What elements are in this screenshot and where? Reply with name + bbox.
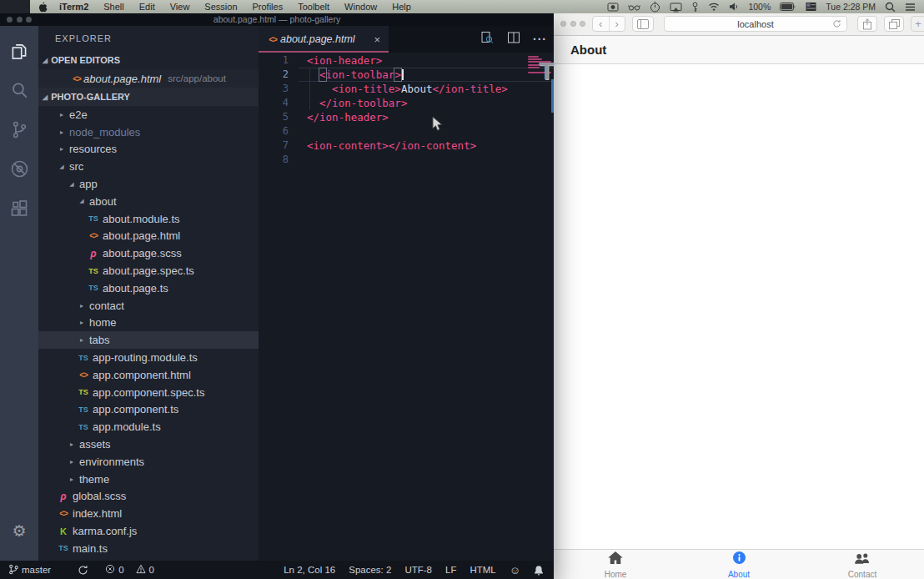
code-line-1[interactable]: 1<ion-header> [259,53,554,68]
tree-item-app-module-ts[interactable]: TSapp.module.ts [38,418,259,436]
tab-overview-button[interactable] [884,16,904,32]
menu-window[interactable]: Window [344,2,377,12]
reload-icon[interactable] [832,19,841,28]
tree-item-resources[interactable]: ▸resources [38,141,259,159]
editor-tab-about-page-html[interactable]: <> about.page.html × [259,26,389,53]
git-branch-indicator[interactable]: master [8,564,51,576]
wifi-icon[interactable] [708,2,720,12]
zoom-window-button[interactable] [26,17,32,23]
activity-source-control-icon[interactable] [0,110,38,149]
notification-center-icon[interactable] [905,3,916,12]
tree-item-e2e[interactable]: ▸e2e [38,106,259,123]
menu-toolbelt[interactable]: Toolbelt [298,2,329,12]
code-line-5[interactable]: 5</ion-header> [259,110,554,124]
code-line-8[interactable]: 8 [259,153,554,167]
feedback-smiley-icon[interactable]: ☺ [510,564,520,576]
minimize-window-button[interactable] [17,17,23,23]
sidebar-toggle-button[interactable] [632,16,654,32]
tree-item-app-component-spec-ts[interactable]: TSapp.component.spec.ts [38,384,259,401]
code-editor[interactable]: 1<ion-header>2 <ion-toolbar>3 <ion-title… [259,53,554,561]
status-utf-8[interactable]: UTF-8 [404,565,432,575]
close-tab-icon[interactable]: × [374,33,380,46]
errors-indicator[interactable]: 0 [105,564,123,576]
tree-item-global-scss[interactable]: ρglobal.scss [38,488,259,506]
code-line-2[interactable]: 2 <ion-toolbar> [259,68,554,82]
tree-item-tabs[interactable]: ▸tabs [38,331,259,349]
app-tab-contact[interactable]: Contact [801,550,924,579]
activity-debug-icon[interactable] [0,149,38,189]
input-flag-icon[interactable] [806,2,816,12]
tree-item-about-module-ts[interactable]: TSabout.module.ts [38,210,259,228]
apple-menu-icon[interactable] [38,2,48,13]
project-section-header[interactable]: ◢ PHOTO-GALLERY [38,88,259,106]
warnings-indicator[interactable]: 0 [136,564,154,576]
menu-help[interactable]: Help [392,2,411,12]
menu-profiles[interactable]: Profiles [253,2,284,12]
minimap[interactable] [525,53,554,561]
volume-icon[interactable] [729,2,739,12]
menu-session[interactable]: Session [204,2,237,12]
tree-item-index-html[interactable]: <>index.html [38,505,259,522]
tree-item-app[interactable]: ◢app [38,175,259,193]
key-icon[interactable] [691,2,699,13]
tree-item-assets[interactable]: ▸assets [38,436,259,453]
tree-item-app-component-html[interactable]: <>app.component.html [38,366,259,384]
forward-button[interactable]: › [610,17,625,31]
tree-item-about-page-html[interactable]: <>about.page.html [38,228,259,245]
timer-icon[interactable] [650,2,660,13]
display-mirroring-icon[interactable] [670,2,682,13]
tree-item-karma-conf-js[interactable]: Kkarma.conf.js [38,522,259,540]
activity-search-icon[interactable] [0,71,38,110]
battery-icon[interactable] [780,2,796,12]
code-line-7[interactable]: 7<ion-content></ion-content> [259,138,554,153]
status-html[interactable]: HTML [470,565,495,575]
spotlight-icon[interactable] [885,2,896,13]
safari-window-controls[interactable] [560,21,585,27]
menu-app-name[interactable]: iTerm2 [59,2,88,12]
tree-item-home[interactable]: ▸home [38,315,259,332]
new-tab-button[interactable]: + [911,16,924,32]
tree-item-contact[interactable]: ▸contact [38,297,259,315]
app-tab-about[interactable]: About [677,550,801,579]
settings-gear-icon[interactable]: ⚙ [0,511,38,551]
more-actions-icon[interactable]: ··· [533,33,547,46]
activity-extensions-icon[interactable] [0,189,38,228]
code-line-6[interactable]: 6 [259,124,554,138]
minimize-window-button[interactable] [570,21,576,27]
tree-item-app-routing-module-ts[interactable]: TSapp-routing.module.ts [38,349,259,366]
activity-explorer-icon[interactable] [0,32,38,71]
tree-item-about[interactable]: ◢about [38,193,259,210]
split-editor-icon[interactable] [506,30,521,48]
tree-item-src[interactable]: ◢src [38,158,259,175]
close-window-button[interactable] [7,17,13,23]
zoom-window-button[interactable] [580,21,585,27]
status-spaces[interactable]: Spaces: 2 [349,565,391,575]
vscode-window-controls[interactable] [7,17,32,23]
tree-item-node-modules[interactable]: ▸node_modules [38,123,259,141]
tree-item-about-page-scss[interactable]: ρabout.page.scss [38,244,259,262]
notifications-bell-icon[interactable] [534,565,544,576]
app-tab-home[interactable]: Home [554,550,677,579]
glasses-icon[interactable] [628,2,640,13]
sync-changes-button[interactable] [78,565,88,576]
screen-record-icon[interactable] [607,2,619,13]
back-button[interactable]: ‹ [593,17,610,31]
open-preview-icon[interactable] [480,30,495,48]
close-window-button[interactable] [560,21,566,27]
tree-item-about-page-ts[interactable]: TSabout.page.ts [38,279,259,297]
tree-item-environments[interactable]: ▸environments [38,453,259,471]
tree-item-main-ts[interactable]: TSmain.ts [38,540,259,557]
tree-item-theme[interactable]: ▸theme [38,471,259,488]
tree-item-about-page-spec-ts[interactable]: TSabout.page.spec.ts [38,262,259,279]
code-line-3[interactable]: 3 <ion-title>About</ion-title> [259,82,554,96]
address-bar[interactable]: localhost [664,16,847,32]
menu-shell[interactable]: Shell [103,2,123,12]
code-line-4[interactable]: 4 </ion-toolbar> [259,96,554,110]
status-lf[interactable]: LF [445,565,456,575]
menu-edit[interactable]: Edit [139,2,155,12]
share-button[interactable] [857,16,877,32]
menu-view[interactable]: View [170,2,190,12]
tree-item-app-component-ts[interactable]: TSapp.component.ts [38,401,259,419]
status-ln[interactable]: Ln 2, Col 16 [284,565,335,575]
open-editor-item[interactable]: <> about.page.html src/app/about [38,69,259,88]
